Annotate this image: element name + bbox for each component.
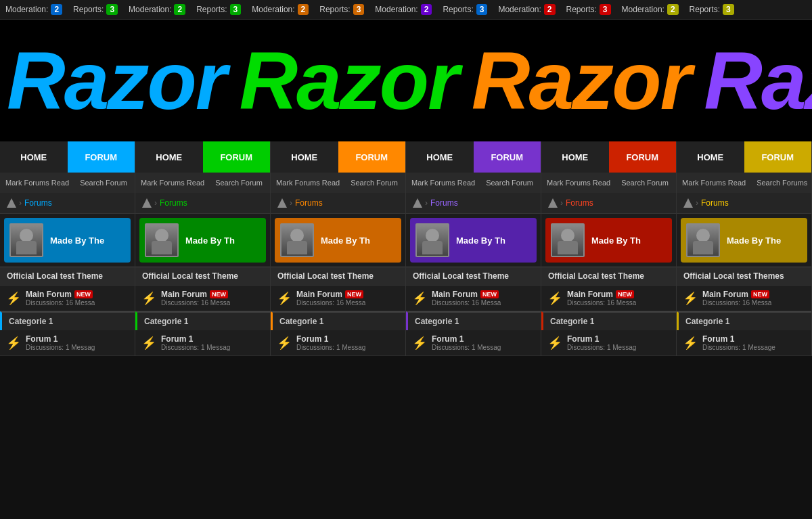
forum-button-purple[interactable]: FORUM <box>474 141 541 173</box>
lightning-icon-2-red: ⚡ <box>547 336 562 351</box>
forums-breadcrumb-green[interactable]: Forums <box>160 198 187 208</box>
home-button-yellow[interactable]: HOME <box>677 141 744 173</box>
forum-icon-purple: ⚡ <box>411 290 428 307</box>
forum1-info-yellow: Forum 1 Discussions: 1 Message <box>702 334 775 351</box>
forums-breadcrumb-orange[interactable]: Forums <box>295 198 323 208</box>
official-theme-orange: Official Local test Theme <box>271 267 405 286</box>
forum1-info-green: Forum 1 Discussions: 1 Messag <box>161 334 230 351</box>
forum1-stats-red: Discussions: 1 Messag <box>567 344 636 351</box>
home-button-blue[interactable]: HOME <box>0 141 68 173</box>
category-header-green: Categorie 1 <box>135 311 270 330</box>
breadcrumb-sep-yellow: › <box>696 198 698 208</box>
main-forum-green: ⚡ Main Forum NEW Discussions: 16 Messa <box>135 286 270 311</box>
forum-name-text-green[interactable]: Main Forum <box>161 290 207 299</box>
forum1-info-orange: Forum 1 Discussions: 1 Messag <box>296 334 365 351</box>
lightning-icon-2-yellow: ⚡ <box>683 336 698 351</box>
forums-breadcrumb-yellow[interactable]: Forums <box>701 198 729 208</box>
forum-info-orange: Main Forum NEW Discussions: 16 Messa <box>296 290 365 307</box>
moderation-label-4: Moderation: <box>375 5 418 14</box>
nav-bar-blue: HOME FORUM <box>0 141 135 173</box>
mark-forums-read-green[interactable]: Mark Forums Read <box>135 179 210 187</box>
nav-bar-orange: HOME FORUM <box>271 141 405 173</box>
reports-badge-4: 3 <box>476 4 488 15</box>
home-button-green[interactable]: HOME <box>135 141 203 173</box>
forum-button-red[interactable]: FORUM <box>609 141 677 173</box>
forum1-name-green[interactable]: Forum 1 <box>161 334 230 344</box>
forum-button-blue[interactable]: FORUM <box>68 141 135 173</box>
search-forums-orange[interactable]: Search Forum <box>345 179 403 187</box>
forums-breadcrumb-blue[interactable]: Forums <box>24 198 52 208</box>
mark-forums-read-yellow[interactable]: Mark Forums Read <box>677 179 751 187</box>
moderation-label-1: Moderation: <box>5 5 48 14</box>
forum1-name-blue[interactable]: Forum 1 <box>26 334 95 344</box>
mark-forums-read-orange[interactable]: Mark Forums Read <box>271 179 345 187</box>
search-forums-purple[interactable]: Search Forum <box>480 179 539 187</box>
forum1-name-yellow[interactable]: Forum 1 <box>702 334 775 344</box>
mark-forums-read-blue[interactable]: Mark Forums Read <box>0 179 74 187</box>
forum-button-orange[interactable]: FORUM <box>338 141 406 173</box>
razor-logo-blue: Razor <box>0 34 232 127</box>
forum-button-green[interactable]: FORUM <box>203 141 271 173</box>
avatar-orange <box>280 223 314 257</box>
forum1-info-blue: Forum 1 Discussions: 1 Messag <box>26 334 95 351</box>
forum-info-yellow: Main Forum NEW Discussions: 16 Messa <box>702 290 771 307</box>
breadcrumb-green: › Forums <box>135 193 270 214</box>
forum1-blue: ⚡ Forum 1 Discussions: 1 Messag <box>0 330 135 356</box>
forum-name-text-blue[interactable]: Main Forum <box>26 290 72 299</box>
forum1-name-orange[interactable]: Forum 1 <box>296 334 365 344</box>
forum-icon-blue: ⚡ <box>5 290 22 307</box>
sub-nav-blue: Mark Forums Read Search Forum <box>0 173 135 193</box>
home-button-red[interactable]: HOME <box>541 141 609 173</box>
forum1-name-red[interactable]: Forum 1 <box>567 334 636 344</box>
theme-column-purple: HOME FORUM Mark Forums Read Search Forum… <box>406 141 541 356</box>
forum-name-text-red[interactable]: Main Forum <box>567 290 613 299</box>
forum-icon-green: ⚡ <box>141 290 157 307</box>
home-button-orange[interactable]: HOME <box>271 141 338 173</box>
forum-name-text-yellow[interactable]: Main Forum <box>702 290 748 299</box>
banner: Razor Razor Razor Razor Razor Razor R <box>0 20 812 141</box>
made-by-box-red: Made By Th <box>545 218 672 263</box>
forum-info-purple: Main Forum NEW Discussions: 16 Messa <box>432 290 501 307</box>
moderation-label-5: Moderation: <box>498 5 541 14</box>
official-theme-green: Official Local test Theme <box>135 267 270 286</box>
forum-name-green: Main Forum NEW <box>161 290 230 299</box>
category-header-purple: Categorie 1 <box>406 311 541 330</box>
status-item-10: Reports: 3 <box>561 3 616 16</box>
home-icon-orange <box>277 198 287 208</box>
mark-forums-read-purple[interactable]: Mark Forums Read <box>406 179 480 187</box>
nav-bar-purple: HOME FORUM <box>406 141 541 173</box>
status-item-9: Moderation: 2 <box>493 3 560 16</box>
search-forums-yellow[interactable]: Search Forums <box>751 179 812 187</box>
made-by-box-orange: Made By Th <box>275 218 401 263</box>
moderation-label-6: Moderation: <box>622 5 664 14</box>
razor-logo-orange: Razor <box>465 34 697 127</box>
forum1-icon-yellow: ⚡ <box>682 335 698 351</box>
search-forums-blue[interactable]: Search Forum <box>74 179 133 187</box>
forum-name-text-orange[interactable]: Main Forum <box>296 290 342 299</box>
moderation-badge-1: 2 <box>51 4 62 15</box>
forum1-stats-blue: Discussions: 1 Messag <box>26 344 95 351</box>
breadcrumb-sep-blue: › <box>19 198 22 208</box>
home-button-purple[interactable]: HOME <box>406 141 474 173</box>
new-badge-orange: NEW <box>345 290 363 298</box>
mark-forums-read-red[interactable]: Mark Forums Read <box>541 179 616 187</box>
column-content-blue: › Forums Made By The Official Local test… <box>0 193 135 356</box>
status-bar: Moderation: 2 Reports: 3 Moderation: 2 R… <box>0 0 812 20</box>
lightning-icon-2-orange: ⚡ <box>277 336 292 351</box>
breadcrumb-sep-red: › <box>560 198 563 208</box>
status-item-1: Moderation: 2 <box>0 3 68 16</box>
forum1-name-purple[interactable]: Forum 1 <box>432 334 501 344</box>
search-forums-red[interactable]: Search Forum <box>616 179 674 187</box>
forums-breadcrumb-purple[interactable]: Forums <box>430 198 458 208</box>
made-by-text-green: Made By Th <box>185 235 235 246</box>
reports-badge-2: 3 <box>230 4 242 15</box>
theme-column-green: HOME FORUM Mark Forums Read Search Forum… <box>135 141 271 356</box>
forum-button-yellow[interactable]: FORUM <box>744 141 812 173</box>
made-by-text-yellow: Made By The <box>727 235 781 246</box>
made-by-box-blue: Made By The <box>4 218 131 263</box>
search-forums-green[interactable]: Search Forum <box>210 179 268 187</box>
forum-name-text-purple[interactable]: Main Forum <box>432 290 478 299</box>
forums-breadcrumb-red[interactable]: Forums <box>566 198 593 208</box>
new-badge-red: NEW <box>616 290 634 298</box>
avatar-yellow <box>686 223 720 257</box>
